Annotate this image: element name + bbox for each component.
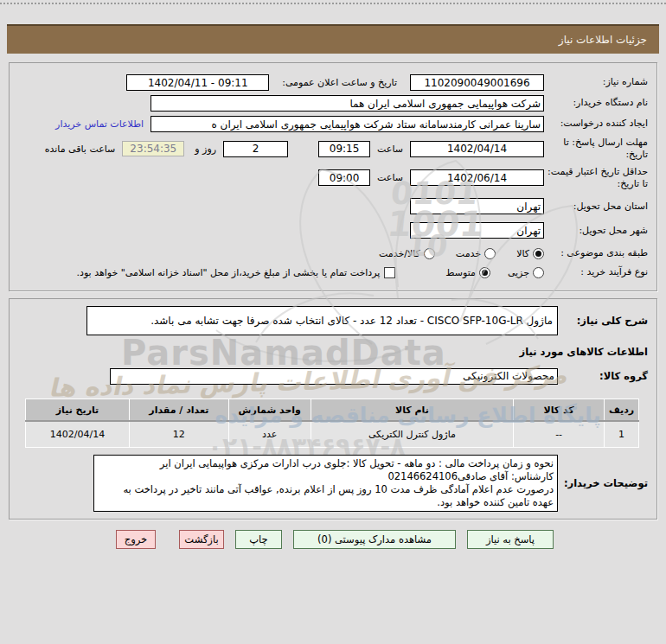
overall-desc-label: شرح کلی نیاز: [558, 315, 648, 327]
days-and-label: روز و [195, 143, 216, 155]
radio-goods[interactable]: کالا [516, 248, 544, 259]
price-validity-label: حداقل تاریخ اعتبار قیمت: تا تاریخ: [544, 166, 648, 191]
treasury-checkbox-group[interactable]: پرداخت تمام یا بخشی از مبلغ خرید،از محل … [77, 267, 396, 278]
radio-service[interactable]: خدمت [456, 248, 496, 259]
province-input[interactable] [410, 198, 544, 214]
goods-section-heading: اطلاعات کالاهای مورد نیاز [18, 346, 648, 358]
city-label: شهر محل تحویل: [544, 225, 648, 237]
need-number-row: شماره نیاز: تاریخ و ساعت اعلان عمومی: [18, 74, 648, 91]
need-number-input[interactable] [410, 74, 544, 91]
buyer-notes-label: توضیحات خریدار: [558, 477, 648, 489]
remaining-days-input[interactable] [223, 141, 288, 157]
back-button[interactable]: بازگشت [179, 530, 224, 549]
radio-goods-service-label: کالا/خدمت [379, 248, 420, 259]
purchase-type-label: نوع فرآیند خرید : [544, 266, 648, 278]
province-row: استان محل تحویل: [18, 198, 648, 214]
radio-goods-icon[interactable] [533, 248, 544, 259]
treasury-checkbox-label: پرداخت تمام یا بخشی از مبلغ خرید،از محل … [77, 267, 381, 278]
creator-label: ایجاد کننده درخواست: [544, 118, 648, 130]
reply-hour-label: ساعت [377, 143, 403, 155]
buyer-contact-link[interactable]: اطلاعات تماس خریدار [55, 118, 144, 130]
buyer-notes-box: نحوه و زمان پرداخت مالی : دو ماهه - تحوی… [93, 455, 558, 512]
radio-goods-service[interactable]: کالا/خدمت [379, 248, 435, 259]
subject-class-label: طبقه بندی موضوعی : [544, 247, 648, 259]
buyer-notes-line: کارشناس: آقای صادقی02146624106 [98, 470, 554, 483]
buyer-notes-line: نحوه و زمان پرداخت مالی : دو ماهه - تحوی… [98, 457, 554, 470]
radio-medium-icon[interactable] [479, 267, 490, 278]
buyer-org-row: نام دستگاه خریدار: [18, 95, 648, 112]
subject-class-row: طبقه بندی موضوعی : کالا خدمت کالا/خدمت [18, 247, 648, 259]
top-dotted-line [0, 3, 666, 4]
goods-table-header-row: ردیف کد کالا نام کالا واحد شمارش تعداد /… [26, 399, 639, 421]
view-attachments-button[interactable]: مشاهده مدارک پیوستی (0) [293, 530, 456, 549]
page-title: جزئیات اطلاعات نیاز [559, 34, 647, 46]
city-input[interactable] [410, 222, 544, 239]
reply-to-need-button[interactable]: پاسخ به نیاز [467, 530, 554, 549]
price-validity-row: حداقل تاریخ اعتبار قیمت: تا تاریخ: ساعت [18, 166, 648, 191]
reply-deadline-label: مهلت ارسال پاسخ: تا تاریخ: [544, 137, 648, 162]
reply-deadline-time-input[interactable] [318, 141, 370, 157]
treasury-checkbox[interactable] [384, 267, 395, 278]
cell-unit: عدد [228, 421, 311, 447]
radio-medium[interactable]: متوسط [445, 267, 490, 278]
need-number-label: شماره نیاز: [544, 76, 648, 88]
cell-need-date: 1402/04/14 [26, 421, 130, 447]
radio-goods-service-icon[interactable] [424, 248, 435, 259]
price-validity-time-input[interactable] [318, 169, 370, 186]
goods-info-panel: شرح کلی نیاز: ماژول CISCO SFP-10G-LR - ت… [9, 298, 657, 520]
exit-button[interactable]: خروج [116, 530, 156, 549]
goods-group-input[interactable] [110, 368, 558, 385]
announce-datetime-input[interactable] [126, 74, 269, 91]
goods-group-row: گروه کالا: [18, 368, 648, 385]
hours-remaining-label: ساعت باقی مانده [45, 143, 116, 155]
countdown-timer: 23:54:35 [122, 141, 184, 156]
radio-goods-label: کالا [516, 248, 529, 259]
col-item-name: نام کالا [311, 399, 514, 421]
page-header: جزئیات اطلاعات نیاز [7, 24, 659, 54]
goods-group-label: گروه کالا: [558, 370, 648, 382]
col-item-code: کد کالا [514, 399, 605, 421]
radio-partial[interactable]: جزیی [508, 267, 544, 278]
cell-item-code: -- [514, 421, 605, 447]
radio-service-label: خدمت [456, 248, 481, 259]
validity-hour-label: ساعت [377, 172, 403, 183]
overall-desc-box: ماژول CISCO SFP-10G-LR - تعداد 12 عدد - … [86, 306, 558, 335]
radio-service-icon[interactable] [484, 248, 496, 259]
col-unit: واحد شمارش [228, 399, 311, 421]
creator-input[interactable] [150, 116, 544, 132]
col-need-date: تاریخ نیاز [26, 399, 130, 421]
print-button[interactable]: چاپ [235, 530, 282, 549]
reply-deadline-row: مهلت ارسال پاسخ: تا تاریخ: ساعت روز و 23… [18, 137, 648, 162]
overall-desc-row: شرح کلی نیاز: ماژول CISCO SFP-10G-LR - ت… [18, 306, 648, 335]
buyer-notes-row: توضیحات خریدار: نحوه و زمان پرداخت مالی … [18, 455, 648, 512]
cell-row-number: 1 [605, 421, 639, 447]
buyer-org-label: نام دستگاه خریدار: [544, 97, 648, 109]
cell-item-name: ماژول کنترل الکتریکی [311, 421, 514, 447]
action-buttons-row: پاسخ به نیاز مشاهده مدارک پیوستی (0) چاپ… [0, 530, 554, 549]
creator-row: ایجاد کننده درخواست: اطلاعات تماس خریدار [18, 116, 648, 132]
col-quantity: تعداد / مقدار [129, 399, 228, 421]
province-label: استان محل تحویل: [544, 201, 648, 213]
cell-quantity: 12 [129, 421, 228, 447]
city-row: شهر محل تحویل: [18, 222, 648, 239]
col-row-number: ردیف [605, 399, 639, 421]
announce-label: تاریخ و ساعت اعلان عمومی: [282, 77, 397, 88]
radio-partial-icon[interactable] [533, 267, 544, 278]
radio-medium-label: متوسط [445, 267, 476, 278]
buyer-org-input[interactable] [150, 95, 544, 112]
purchase-type-row: نوع فرآیند خرید : جزیی متوسط پرداخت تمام… [18, 266, 648, 278]
need-info-panel: شماره نیاز: تاریخ و ساعت اعلان عمومی: نا… [9, 62, 657, 291]
price-validity-date-input[interactable] [410, 169, 544, 186]
buyer-notes-line: عهده تامین کننده خواهد بود. [98, 496, 554, 509]
radio-partial-label: جزیی [508, 267, 529, 278]
table-row: 1 -- ماژول کنترل الکتریکی عدد 12 1402/04… [26, 421, 639, 447]
buyer-notes-line: درصورت عدم اعلام آمادگی ظرف مدت 10 روز پ… [98, 483, 554, 496]
reply-deadline-date-input[interactable] [410, 141, 544, 157]
goods-table: ردیف کد کالا نام کالا واحد شمارش تعداد /… [25, 399, 639, 448]
